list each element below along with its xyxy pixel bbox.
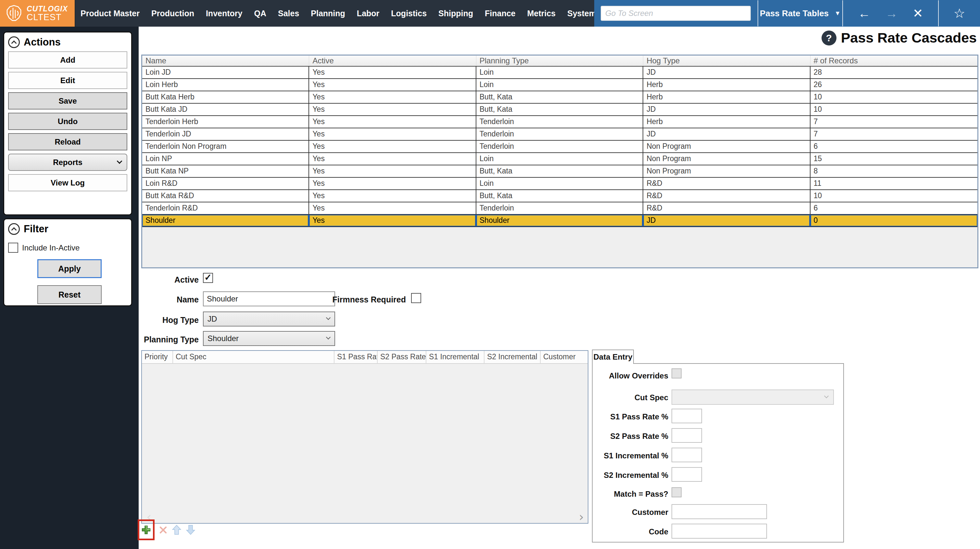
column-header-cut-spec[interactable]: Cut Spec	[173, 351, 334, 363]
cell: 8	[810, 165, 977, 177]
collapse-chevron-icon[interactable]	[8, 37, 20, 48]
hog-type-select[interactable]: JD	[203, 311, 335, 327]
go-to-screen-input[interactable]	[601, 6, 751, 21]
cell: Tenderloin Herb	[142, 116, 309, 128]
customer-input[interactable]	[671, 504, 767, 519]
edit-button[interactable]: Edit	[8, 72, 127, 89]
cell: 6	[810, 203, 977, 214]
table-row[interactable]: Butt Kata R&DYesButt, KataR&D10	[142, 190, 977, 203]
reports-button[interactable]: Reports	[8, 154, 127, 171]
table-row[interactable]: Loin NPYesLoinNon Program15	[142, 153, 977, 165]
cell: Butt Kata R&D	[142, 190, 309, 202]
cell: Tenderloin	[476, 128, 643, 140]
main-menu: Product MasterProductionInventoryQASales…	[81, 9, 596, 18]
table-row[interactable]: Loin R&DYesLoinR&D11	[142, 178, 977, 190]
chevron-down-icon	[326, 316, 331, 320]
firmness-required-checkbox[interactable]	[411, 293, 421, 303]
cell: Butt Kata JD	[142, 104, 309, 115]
column-header-planning-type[interactable]: Planning Type	[476, 56, 643, 66]
menu-item-sales[interactable]: Sales	[278, 9, 299, 18]
add-button[interactable]: Add	[8, 51, 127, 69]
table-row[interactable]: Loin HerbYesLoinHerb26	[142, 79, 977, 91]
favorite-star-icon[interactable]: ☆	[939, 7, 980, 20]
apply-button[interactable]: Apply	[37, 259, 102, 278]
cell: Yes	[309, 79, 476, 91]
delete-row-icon	[159, 526, 167, 535]
cell: Loin Herb	[142, 79, 309, 91]
column-header-active[interactable]: Active	[309, 56, 476, 66]
column-header-s2-pass-rate[interactable]: S2 Pass Rate	[378, 351, 426, 363]
s1-incremental-input[interactable]	[671, 448, 702, 462]
column-header-s1-pass-rate[interactable]: S1 Pass Rate	[334, 351, 378, 363]
column-header-s1-incremental[interactable]: S1 Incremental	[426, 351, 484, 363]
code-input[interactable]	[671, 523, 767, 539]
cell: Herb	[643, 79, 810, 91]
reload-button[interactable]: Reload	[8, 133, 127, 150]
column-header-priority[interactable]: Priority	[142, 351, 173, 363]
include-inactive-checkbox[interactable]	[8, 243, 18, 253]
topbar-right-section: Pass Rate Tables ▼ ← → ✕ ☆	[594, 0, 980, 27]
table-row[interactable]: Tenderloin Non ProgramYesTenderloinNon P…	[142, 140, 977, 153]
view-log-button[interactable]: View Log	[8, 174, 127, 192]
table-row[interactable]: Tenderloin JDYesTenderloinJD7	[142, 128, 977, 140]
table-row[interactable]: Butt Kata JDYesButt, KataJD10	[142, 104, 977, 116]
s1-pass-rate-label: S1 Pass Rate %	[593, 412, 668, 421]
menu-item-shipping[interactable]: Shipping	[438, 9, 473, 18]
cell: Loin	[476, 178, 643, 189]
menu-item-planning[interactable]: Planning	[311, 9, 345, 18]
cell: Loin	[476, 79, 643, 91]
menu-item-logistics[interactable]: Logistics	[391, 9, 427, 18]
actions-button-list: AddEditSaveUndoReloadReportsView Log	[4, 50, 131, 192]
cell: Yes	[309, 190, 476, 202]
add-row-icon[interactable]	[141, 525, 151, 535]
s2-pass-rate-input[interactable]	[671, 428, 702, 443]
table-row[interactable]: Butt Kata HerbYesButt, KataHerb10	[142, 91, 977, 104]
brand-name: CUTLOGIX	[27, 5, 68, 13]
back-arrow-icon[interactable]: ←	[858, 7, 870, 19]
cell: Tenderloin Non Program	[142, 140, 309, 152]
column-header-customer[interactable]: Customer	[541, 351, 588, 363]
undo-button[interactable]: Undo	[8, 113, 127, 130]
name-input[interactable]	[203, 291, 335, 306]
cut-spec-select	[671, 389, 834, 405]
actions-panel: Actions AddEditSaveUndoReloadReportsView…	[3, 32, 132, 215]
s2-incremental-input[interactable]	[671, 467, 702, 482]
reset-button[interactable]: Reset	[37, 285, 102, 304]
menu-item-metrics[interactable]: Metrics	[527, 9, 555, 18]
cell: 10	[810, 91, 977, 103]
planning-type-label: Planning Type	[140, 335, 199, 344]
close-icon[interactable]: ✕	[913, 7, 923, 19]
cell: Butt, Kata	[476, 190, 643, 202]
save-button[interactable]: Save	[8, 92, 127, 110]
column-header-s2-incremental[interactable]: S2 Incremental	[484, 351, 541, 363]
menu-item-product-master[interactable]: Product Master	[81, 9, 140, 18]
menu-item-production[interactable]: Production	[151, 9, 194, 18]
menu-item-finance[interactable]: Finance	[485, 9, 515, 18]
collapse-chevron-icon[interactable]	[8, 223, 20, 235]
cell: 26	[810, 79, 977, 91]
column-header-of-records[interactable]: # of Records	[810, 56, 977, 66]
table-row[interactable]: Tenderloin R&DYesTenderloinR&D6	[142, 203, 977, 215]
help-icon[interactable]: ?	[821, 30, 837, 45]
scroll-right-icon[interactable]: ›	[579, 511, 584, 523]
table-row[interactable]: Tenderloin HerbYesTenderloinHerb7	[142, 116, 977, 128]
screen-selector-dropdown[interactable]: Pass Rate Tables ▼	[758, 8, 842, 19]
cell: Yes	[309, 104, 476, 115]
menu-item-inventory[interactable]: Inventory	[206, 9, 243, 18]
checkmark-icon: ✓	[204, 273, 212, 282]
planning-type-select[interactable]: Shoulder	[203, 331, 335, 346]
cutspec-table: PriorityCut SpecS1 Pass RateS2 Pass Rate…	[141, 350, 589, 523]
table-row-selected[interactable]: ShoulderYesShoulderJD0	[142, 215, 977, 227]
column-header-name[interactable]: Name	[142, 56, 309, 66]
column-header-hog-type[interactable]: Hog Type	[643, 56, 810, 66]
table-row[interactable]: Loin JDYesLoinJD28	[142, 67, 977, 79]
active-checkbox[interactable]: ✓	[203, 273, 213, 283]
menu-item-labor[interactable]: Labor	[357, 9, 379, 18]
tab-data-entry[interactable]: Data Entry	[592, 350, 634, 364]
cutlogix-logo-icon	[5, 4, 23, 23]
s1-pass-rate-input[interactable]	[671, 409, 702, 423]
menu-item-qa[interactable]: QA	[254, 9, 266, 18]
filter-panel: Filter Include In-Active Apply Reset	[3, 218, 132, 306]
menu-item-system[interactable]: System	[567, 9, 596, 18]
table-row[interactable]: Butt Kata NPYesButt, KataNon Program8	[142, 165, 977, 178]
